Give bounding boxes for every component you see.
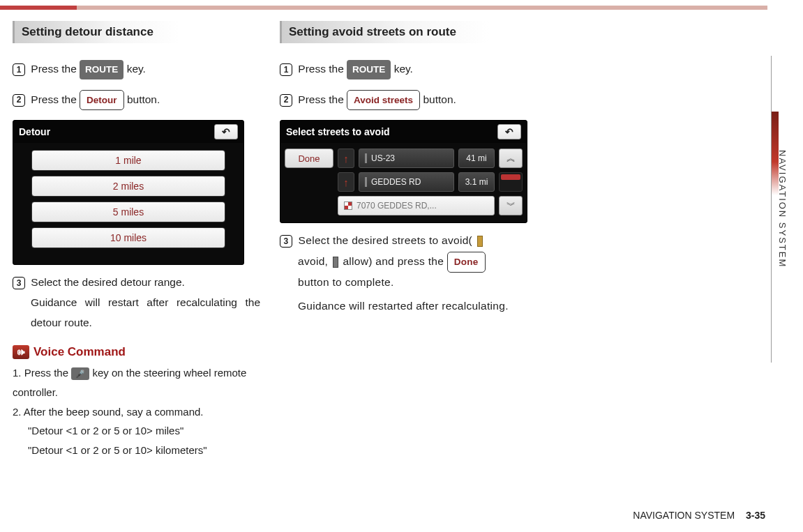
mile-option-2[interactable]: 2 miles <box>31 176 225 197</box>
detour-button-label: Detour <box>80 90 124 111</box>
step1-text-b: key. <box>123 63 146 75</box>
detour-screen-topbar: Detour ↶ <box>13 121 243 143</box>
voice-cmd-1: "Detour <1 or 2 or 5 or 10> miles" <box>28 421 260 441</box>
avoid-screen-title: Select streets to avoid <box>286 126 390 137</box>
step-number-1b: 1 <box>280 63 292 76</box>
avoid-screen-body: Done ↑ US-23 41 mi ↑ GEDDES RD 3.1 mi <box>280 143 527 222</box>
detour-step-2: 2 Press the Detour button. <box>13 89 260 111</box>
avoid3-c: allow) and press the <box>343 255 446 267</box>
footer-page: 3-35 <box>746 510 765 521</box>
side-tab: NAVIGATION SYSTEM <box>771 56 793 363</box>
mic-key-icon: 🎤 <box>71 367 89 380</box>
footer-section: NAVIGATION SYSTEM <box>633 510 735 521</box>
avoid-step2-b: button. <box>420 93 456 105</box>
street-row-1[interactable]: ↑ US-23 41 mi <box>338 149 495 168</box>
step1-text-a: Press the <box>31 63 80 75</box>
column-avoid-streets: Setting avoid streets on route 1 Press t… <box>280 21 527 460</box>
column-detour: Setting detour distance 1 Press the ROUT… <box>13 21 260 460</box>
detour-screen: Detour ↶ 1 mile 2 miles 5 miles 10 miles <box>13 120 244 265</box>
avoid-step1-b: key. <box>391 63 413 75</box>
avoid-step-2: 2 Press the Avoid streets button. <box>280 89 527 111</box>
avoid-step-1: 1 Press the ROUTE key. <box>280 59 527 79</box>
voice-1a: 1. Press the <box>13 367 71 379</box>
mile-option-5[interactable]: 5 miles <box>31 202 225 222</box>
step-number-3b: 3 <box>280 235 292 248</box>
back-button[interactable]: ↶ <box>214 124 238 139</box>
step-number-2b: 2 <box>280 94 292 107</box>
section-heading-avoid: Setting avoid streets on route <box>280 21 489 43</box>
street-name-2: GEDDES RD <box>359 172 454 192</box>
up-arrow-icon-2: ↑ <box>338 172 354 192</box>
voice-command-heading: 🕪 Voice Command <box>13 345 260 359</box>
step3-text-b: Guidance will restart after recalculatin… <box>31 293 260 333</box>
route-key-2: ROUTE <box>347 60 391 79</box>
detour-step-1: 1 Press the ROUTE key. <box>13 59 260 79</box>
voice-heading-text: Voice Command <box>33 345 126 359</box>
voice-cmd-2: "Detour <1 or 2 or 5 or 10> kilometers" <box>28 441 260 460</box>
done-button[interactable]: Done <box>285 149 333 168</box>
scroll-up-button[interactable]: ︽ <box>499 149 523 168</box>
street-list: ↑ US-23 41 mi ↑ GEDDES RD 3.1 mi 7070 GE… <box>338 149 495 215</box>
step2-text-a: Press the <box>31 93 80 105</box>
step3-text-a: Select the desired detour range. <box>31 276 185 288</box>
done-button-label: Done <box>447 252 486 273</box>
section-heading-detour: Setting detour distance <box>13 21 180 43</box>
scroll-column: ︽ ︾ <box>499 149 523 215</box>
street-name-1: US-23 <box>359 149 454 168</box>
up-arrow-icon: ↑ <box>338 149 354 168</box>
destination-row[interactable]: 7070 GEDDES RD,... <box>338 196 495 215</box>
step-number-3: 3 <box>13 277 25 289</box>
allow-marker-icon <box>333 257 338 268</box>
step-number-2: 2 <box>13 94 25 107</box>
detour-mile-list: 1 mile 2 miles 5 miles 10 miles <box>13 143 243 264</box>
avoid3-d: button to complete. <box>298 273 527 293</box>
detour-screen-title: Detour <box>19 126 50 137</box>
avoid-screen-topbar: Select streets to avoid ↶ <box>280 121 527 143</box>
street-row-2[interactable]: ↑ GEDDES RD 3.1 mi <box>338 172 495 192</box>
top-accent-bar <box>0 6 767 10</box>
scroll-track[interactable] <box>499 172 523 192</box>
scroll-down-button[interactable]: ︾ <box>499 196 523 215</box>
destination-name: 7070 GEDDES RD,... <box>338 196 495 215</box>
voice-step-2: 2. After the beep sound, say a command. <box>13 402 260 422</box>
street-dist-1: 41 mi <box>458 149 495 168</box>
avoid-step2-a: Press the <box>298 93 347 105</box>
avoid-streets-button-label: Avoid streets <box>347 90 420 111</box>
voice-step-1: 1. Press the 🎤 key on the steering wheel… <box>13 363 260 402</box>
back-button-2[interactable]: ↶ <box>497 124 521 139</box>
mile-option-10[interactable]: 10 miles <box>31 227 225 248</box>
detour-step-3: 3 Select the desired detour range. Guida… <box>13 272 260 333</box>
route-key: ROUTE <box>80 60 123 79</box>
side-tab-gradient <box>772 112 779 195</box>
avoid-step1-a: Press the <box>298 63 347 75</box>
avoid3-a: Select the desired streets to avoid( <box>299 234 472 246</box>
flag-icon <box>344 202 352 210</box>
voice-command-list: 1. Press the 🎤 key on the steering wheel… <box>13 363 260 460</box>
voice-icon: 🕪 <box>13 345 29 359</box>
step-number-1: 1 <box>13 63 25 76</box>
step2-text-b: button. <box>124 93 160 105</box>
avoid3-e: Guidance will restarted after recalculat… <box>298 296 527 317</box>
avoid-step-3: 3 Select the desired streets to avoid( a… <box>280 230 527 317</box>
side-tab-label: NAVIGATION SYSTEM <box>777 150 788 268</box>
avoid-screen: Select streets to avoid ↶ Done ↑ US-23 4… <box>280 120 527 223</box>
page-footer: NAVIGATION SYSTEM 3-35 <box>633 510 765 521</box>
avoid3-b: avoid, <box>298 255 331 267</box>
street-dist-2: 3.1 mi <box>458 172 495 192</box>
mile-option-1[interactable]: 1 mile <box>31 150 225 171</box>
page-content: Setting detour distance 1 Press the ROUT… <box>13 21 529 509</box>
scroll-thumb <box>501 174 520 180</box>
avoid-marker-icon <box>477 236 483 247</box>
